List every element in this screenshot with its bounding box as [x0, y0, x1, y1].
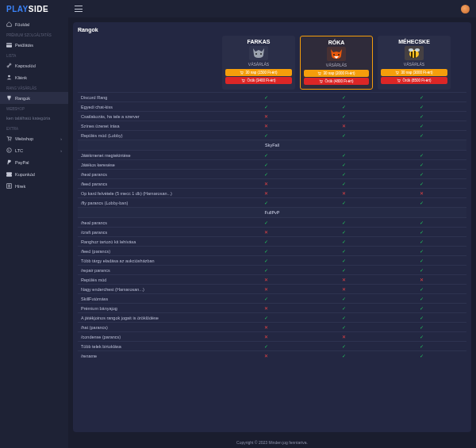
feature-cell: ✓	[382, 324, 460, 330]
nav-news[interactable]: Hírek	[0, 180, 68, 192]
nav-section: PRÉMIUM SZOLGÁLTATÁS	[0, 30, 68, 39]
rank-card-róka: RÓKAVÁSÁRLÁS30 nap (2000 Ft-ért)Örök (48…	[300, 36, 373, 90]
feature-row: Repülés mód✕✕✕	[78, 274, 466, 284]
feature-cell: ✓	[305, 104, 382, 109]
svg-point-21	[244, 82, 245, 82]
feature-label: Prémium bányajog	[78, 306, 227, 311]
menu-toggle[interactable]	[75, 6, 83, 12]
nav-section: EXTRA	[0, 124, 68, 132]
feature-cell: ✓	[305, 162, 382, 167]
feature-label: A játékjoinos rangok jogait is öröklődés…	[78, 316, 227, 320]
feature-cell: ✓	[305, 353, 382, 358]
feature-cell: ✓	[382, 229, 460, 235]
svg-point-18	[241, 74, 242, 75]
svg-point-20	[243, 82, 244, 82]
feature-row: A játékjoinos rangok jogait is öröklődés…	[78, 312, 466, 322]
feature-label: Op kard felvétele (5 mecc 1 db) (Hamaros…	[78, 191, 227, 196]
feature-row: /repair parancs✓✓✓	[78, 265, 466, 274]
rank-image	[405, 46, 424, 60]
feature-row: Csatlakozás, ha tele a szerver✕✓✓	[78, 111, 466, 121]
feature-cell: ✓	[227, 343, 305, 349]
feature-label: Discord Rang	[78, 95, 227, 100]
nav-label: ken található kategória	[6, 116, 50, 121]
feature-cell: ✕	[227, 123, 305, 128]
feature-cell: ✓	[305, 229, 382, 235]
svg-rect-1	[6, 44, 12, 44]
buy-30d-button[interactable]: 30 nap (2000 Ft-ért)	[304, 70, 369, 77]
feature-cell: ✓	[382, 305, 460, 311]
feature-row: SkillFutómáss✓✓✓	[78, 293, 466, 303]
feature-cell: ✓	[305, 248, 382, 254]
home-icon	[6, 21, 12, 27]
feature-cell: ✓	[227, 200, 305, 205]
feature-cell: ✓	[305, 181, 382, 186]
feature-label: Játékmenet megtekintése	[78, 153, 227, 158]
feature-row: /feed parancs✕✓✓	[78, 178, 466, 188]
buy-30d-button[interactable]: 30 nap (1500 Ft-ért)	[225, 69, 292, 76]
nav-coupon[interactable]: Kuponkód	[0, 168, 68, 180]
footer: Copyright © 2023 Minden jog fenntartva.	[68, 437, 476, 448]
feature-row: /hat (parancs)✕✓✓	[78, 322, 466, 331]
rank-name: RÓKA	[304, 40, 369, 45]
nav-label: Kliénk	[15, 75, 27, 80]
feature-cell: ✓	[382, 123, 460, 128]
nav-label: Petőlátás	[15, 43, 33, 48]
svg-point-17	[260, 53, 262, 55]
feature-cell: ✓	[305, 132, 382, 138]
feature-label: /hat (parancs)	[78, 325, 227, 330]
nav-paypal[interactable]: PayPal	[0, 156, 68, 168]
feature-cell: ✓	[305, 113, 382, 119]
news-icon	[6, 183, 12, 189]
feature-row: Színes üzenet írása✕✕✓	[78, 121, 466, 130]
svg-rect-30	[414, 51, 416, 58]
nav-ltc[interactable]: ŁLTC›	[0, 144, 68, 156]
feature-cell: ✓	[305, 296, 382, 301]
svg-point-36	[400, 82, 401, 82]
feature-cell: ✕	[305, 277, 382, 282]
user-avatar[interactable]	[461, 5, 470, 13]
buy-30d-button[interactable]: 30 nap (3000 Ft-ért)	[381, 69, 447, 76]
feature-cell: ✓	[227, 248, 305, 254]
feature-row: Discord Rang✓✓✓	[78, 92, 466, 101]
buy-perm-button[interactable]: Örök (3400 Ft-ért)	[225, 77, 292, 84]
feature-label: Ranghoz tartozó kit lehívása	[78, 239, 227, 244]
feature-label: SkillFutómáss	[78, 297, 227, 301]
buy-perm-button[interactable]: Örök (4800 Ft-ért)	[304, 78, 369, 85]
feature-label: /fly parancs (Lobby-ban)	[78, 201, 227, 205]
nav-label: Kapcsolód	[15, 63, 36, 68]
feature-cell: ✓	[227, 220, 305, 225]
nav-home[interactable]: Főoldal	[0, 18, 68, 30]
nav-connect[interactable]: Kapcsolód	[0, 59, 68, 71]
nav-label: Kuponkód	[15, 172, 35, 177]
feature-row: Repülés mód (Lobby)✓✓✓	[78, 130, 466, 140]
feature-label: Egyedi chat-kiss	[78, 105, 227, 109]
svg-point-35	[398, 82, 399, 82]
feature-cell: ✕	[305, 286, 382, 292]
rank-card-farkas: FARKASVÁSÁRLÁS30 nap (1500 Ft-ért)Örök (…	[222, 36, 295, 90]
svg-point-5	[8, 140, 9, 140]
svg-rect-29	[411, 52, 413, 58]
feature-cell: ✕	[305, 123, 382, 128]
nav-client[interactable]: Kliénk	[0, 71, 68, 83]
logo: PLAYSIDE	[0, 0, 68, 18]
nav-ranks[interactable]: Rangok	[0, 92, 68, 104]
nav-webshop[interactable]: Webshop›	[0, 132, 68, 144]
feature-cell: ✓	[305, 200, 382, 205]
rank-sub: VÁSÁRLÁS	[225, 62, 292, 67]
nav-noshop: ken található kategória	[0, 113, 68, 124]
buy-perm-button[interactable]: Örök (8500 Ft-ért)	[381, 77, 447, 84]
feature-label: Több tárgy eladása az aukciósházban	[78, 258, 227, 263]
link-icon	[6, 63, 12, 68]
feature-cell: ✓	[227, 267, 305, 273]
feature-cell: ✓	[305, 152, 382, 158]
feature-cell: ✕	[382, 277, 460, 282]
feature-cell: ✓	[382, 220, 460, 225]
feature-row: Játékmenet megtekintése✓✓✓	[78, 150, 466, 159]
feature-label: /craft parancs	[78, 230, 227, 235]
feature-row: Op kard felvétele (5 mecc 1 db) (Hamaros…	[78, 188, 466, 197]
nav-section: RANG VÁSÁRLÁS	[0, 83, 68, 92]
feature-label: /repair parancs	[78, 268, 227, 273]
nav-premium[interactable]: Petőlátás	[0, 39, 68, 51]
feature-row: /rename✕✓✓	[78, 350, 466, 360]
feature-cell: ✓	[305, 324, 382, 330]
